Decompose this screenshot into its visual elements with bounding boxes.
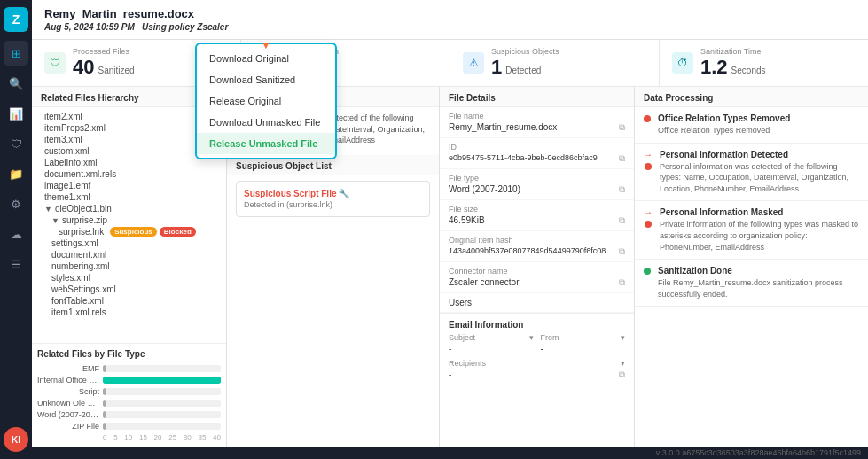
email-recipients-row: Recipients ▾ - ⧉ <box>449 359 625 380</box>
stats-bar: 🛡 Processed Files 40 Sanitized 🛡 Process… <box>32 40 868 87</box>
processing-content-2: Personal Information Masked Private info… <box>660 207 859 253</box>
tree-item-websettings[interactable]: webSettings.xml <box>32 284 226 295</box>
copy-icon-filetype[interactable]: ⧉ <box>619 184 625 195</box>
chart-bar-emf <box>103 365 106 372</box>
dropdown-item-release-unmasked[interactable]: Release Unmasked File <box>197 133 335 154</box>
sidebar-icon-shield[interactable]: 🛡 <box>4 131 28 156</box>
processing-item-1: → Personal Information Detected Personal… <box>635 144 868 202</box>
processing-dot-2 <box>645 221 652 228</box>
chart-row-script: Script <box>37 387 221 396</box>
header: Remy_Martin_resume.docx Aug 5, 2024 10:5… <box>32 0 868 40</box>
sidebar-logo[interactable]: Z <box>4 7 28 32</box>
chart-label-word: Word (2007-2010) <box>37 410 99 419</box>
badge-suspicious: Suspicious <box>110 227 157 237</box>
stat-sanitization-time: ⏱ Sanitization Time 1.2 Seconds <box>660 40 868 86</box>
detail-row-filename: File name Remy_Martin_resume.docx ⧉ <box>440 107 634 138</box>
stat-section-label-3: Suspicious Objects <box>491 47 559 56</box>
email-recipients-label: Recipients ▾ <box>449 359 625 368</box>
tree-item-styles[interactable]: styles.xml <box>32 272 226 284</box>
detail-label-id: ID <box>449 143 625 152</box>
dropdown-item-release-original[interactable]: Release Original <box>197 90 335 112</box>
dropdown-menu: ▼ Download Original Download Sanitized R… <box>195 43 337 159</box>
tree-item-document[interactable]: document.xml <box>32 249 226 261</box>
detail-row-filetype: File type Word (2007-2010) ⧉ <box>440 169 634 200</box>
sidebar: Z ⊞ 🔍 📊 🛡 📁 ⚙ ☁ ☰ KI <box>0 0 32 459</box>
processing-title-1: Personal Information Detected <box>660 150 859 159</box>
detail-value-user: Users <box>449 298 625 307</box>
chart-bar-script-container <box>103 388 221 395</box>
stat-label-time: Seconds <box>731 66 766 75</box>
detail-value-filesize: 46.59KiB ⧉ <box>449 215 625 226</box>
chart-row-zip: ZIP File <box>37 422 221 431</box>
sidebar-icon-list[interactable]: ☰ <box>4 252 28 276</box>
header-policy-name: Zscaler <box>197 22 228 32</box>
copy-icon-id[interactable]: ⧉ <box>619 153 625 164</box>
dropdown-arrow-icon: ▼ <box>261 39 271 51</box>
stat-number-sanitized: 40 <box>73 56 94 79</box>
email-subject-label: Subject ▾ <box>449 333 534 342</box>
tree-item-theme1[interactable]: theme1.xml <box>32 191 226 203</box>
detail-value-filename: Remy_Martin_resume.docx ⧉ <box>449 122 625 133</box>
detail-value-hash: 143a4009bf537e08077849d54499790f6fc08 ⧉ <box>449 246 625 257</box>
sidebar-icon-cloud[interactable]: ☁ <box>4 222 28 246</box>
tree-item-numbering[interactable]: numbering.xml <box>32 261 226 272</box>
email-recipients-value: - <box>449 370 451 380</box>
processing-item-2: → Personal Information Masked Private in… <box>635 201 868 260</box>
sidebar-icon-folder[interactable]: 📁 <box>4 161 28 186</box>
avatar[interactable]: KI <box>4 427 28 452</box>
version-text: v 3.0.0.a6755c3d36503a3f828ae46bfa64b6b1… <box>656 448 861 457</box>
chevron-down-icon[interactable]: ▾ <box>529 333 534 342</box>
detail-value-connector: Zscaler connector ⧉ <box>449 277 625 288</box>
copy-icon-filename[interactable]: ⧉ <box>619 122 625 133</box>
chart-bar-word <box>103 411 106 418</box>
suspicious-sub: Detected in (surprise.lnk) <box>244 200 422 209</box>
badge-container: Suspicious Blocked <box>110 227 196 237</box>
file-title: Remy_Martin_resume.docx <box>44 7 856 20</box>
processing-title-3: Sanitization Done <box>658 266 859 276</box>
processing-desc-1: Personal information was detected of the… <box>660 161 859 195</box>
suspicious-file-name: Suspicious Script File 🔧 <box>244 189 349 198</box>
badge-blocked: Blocked <box>160 227 196 237</box>
chevron-down-icon-2[interactable]: ▾ <box>621 333 625 342</box>
chart-row-word: Word (2007-2010) <box>37 410 221 419</box>
chart-bar-ole <box>103 400 106 407</box>
chevron-down-icon-3[interactable]: ▾ <box>621 359 625 368</box>
dropdown-item-download-unmasked[interactable]: Download Unmasked File <box>197 112 335 133</box>
data-processing-panel: Data Processing Office Relation Types Re… <box>635 87 868 447</box>
tree-item-document-rels[interactable]: document.xml.rels <box>32 168 226 180</box>
version-bar: v 3.0.0.a6755c3d36503a3f828ae46bfa64b6b1… <box>32 447 868 459</box>
processing-title-2: Personal Information Masked <box>660 207 859 217</box>
sidebar-icon-chart[interactable]: 📊 <box>4 101 28 126</box>
sidebar-icon-gear[interactable]: ⚙ <box>4 191 28 216</box>
tree-item-surprise-zip[interactable]: ▼ surprise.zip <box>32 214 226 226</box>
copy-icon-connector[interactable]: ⧉ <box>619 277 625 288</box>
suspicious-box: Suspicious Script File 🔧 Detected in (su… <box>236 181 430 217</box>
file-details-header: File Details <box>440 87 634 107</box>
copy-icon-hash[interactable]: ⧉ <box>619 246 625 257</box>
email-section-title: Email Information <box>449 320 625 330</box>
tree-item-oleobject[interactable]: ▼ oleObject1.bin <box>32 203 226 214</box>
tree-item-fonttable[interactable]: fontTable.xml <box>32 295 226 307</box>
copy-icon-recipients[interactable]: ⧉ <box>619 370 625 380</box>
file-type-section: Related Files by File Type EMF Internal … <box>32 343 226 447</box>
dropdown-item-download-sanitized[interactable]: Download Sanitized <box>197 69 335 90</box>
sidebar-icon-home[interactable]: ⊞ <box>4 41 28 66</box>
copy-icon-filesize[interactable]: ⧉ <box>619 215 625 226</box>
chart-bar-office <box>103 377 221 384</box>
processing-desc-2: Private information of the following typ… <box>660 219 859 253</box>
chart-bar-script <box>103 388 106 395</box>
stat-text-sanitized: Processed Files 40 Sanitized <box>73 47 135 79</box>
stat-number-time: 1.2 <box>700 56 728 79</box>
processing-dot-0 <box>644 115 651 122</box>
stat-section-label-1: Processed Files <box>73 47 135 56</box>
file-type-title: Related Files by File Type <box>37 349 221 359</box>
tree-item-image1[interactable]: image1.emf <box>32 180 226 191</box>
tree-item-item1-rels[interactable]: item1.xml.rels <box>32 307 226 318</box>
tree-item-settings[interactable]: settings.xml <box>32 237 226 249</box>
chart-row-ole: Unknown Ole Object <box>37 399 221 408</box>
detail-label-connector: Connector name <box>449 267 625 276</box>
tree-item-surprise-lnk[interactable]: surprise.lnk Suspicious Blocked <box>32 226 226 237</box>
chart-bar-office-container <box>103 377 221 384</box>
sidebar-icon-search[interactable]: 🔍 <box>4 71 28 96</box>
suspicious-name-text: Suspicious Script File <box>244 189 336 198</box>
